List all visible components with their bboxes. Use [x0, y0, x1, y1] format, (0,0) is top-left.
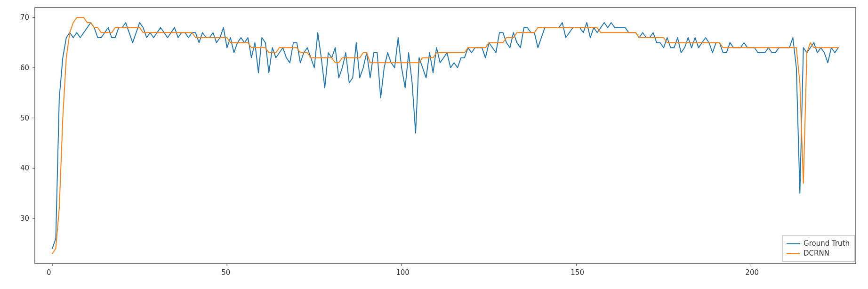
legend: Ground Truth DCRNN — [782, 235, 855, 262]
legend-row-ground-truth: Ground Truth — [787, 239, 850, 249]
legend-label-ground-truth: Ground Truth — [804, 239, 850, 249]
legend-swatch-dcrnn — [787, 253, 800, 254]
figure: Ground Truth DCRNN 050100150200304050607… — [0, 0, 868, 289]
y-tick-label: 50 — [20, 114, 29, 122]
legend-swatch-ground-truth — [787, 243, 800, 244]
x-tick-label: 50 — [221, 268, 230, 277]
legend-row-dcrnn: DCRNN — [787, 249, 850, 258]
x-tick-label: 200 — [745, 268, 759, 277]
x-tick-label: 0 — [47, 268, 51, 277]
plot-svg — [0, 0, 868, 289]
y-tick-label: 70 — [20, 13, 29, 22]
y-tick-label: 40 — [20, 164, 29, 172]
x-tick-label: 100 — [396, 268, 410, 277]
y-tick-label: 60 — [20, 64, 29, 72]
legend-label-dcrnn: DCRNN — [804, 249, 829, 258]
y-tick-label: 30 — [20, 214, 29, 223]
x-tick-label: 150 — [571, 268, 584, 277]
axes-group — [32, 8, 856, 266]
